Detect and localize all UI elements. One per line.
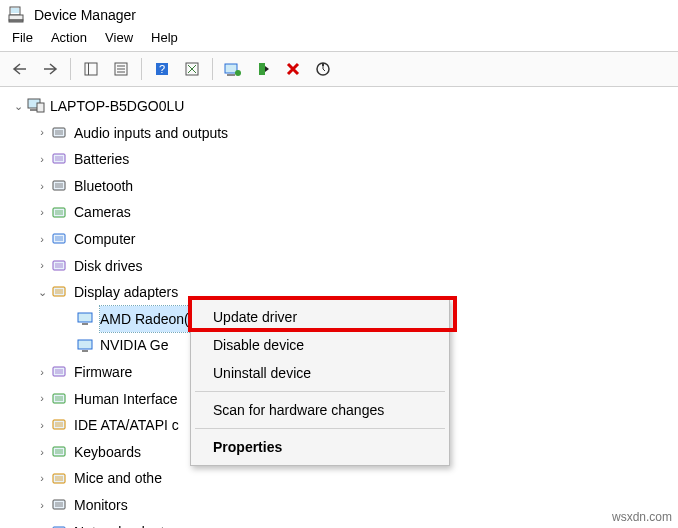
ctx-disable-device[interactable]: Disable device <box>193 331 447 359</box>
tree-item[interactable]: › Mice and othe <box>6 465 674 492</box>
category-icon <box>50 283 70 301</box>
tree-item-label: Monitors <box>74 492 128 519</box>
properties-button[interactable] <box>107 56 135 82</box>
menu-view[interactable]: View <box>105 30 133 45</box>
svg-rect-38 <box>82 350 88 352</box>
svg-rect-16 <box>259 63 265 75</box>
show-hidden-button[interactable] <box>77 56 105 82</box>
title-bar: Device Manager <box>0 0 678 28</box>
ctx-uninstall-device[interactable]: Uninstall device <box>193 359 447 387</box>
svg-point-15 <box>235 70 241 76</box>
ctx-properties[interactable]: Properties <box>193 433 447 461</box>
category-icon <box>50 416 70 434</box>
tree-item-label: Audio inputs and outputs <box>74 120 228 147</box>
category-icon <box>50 257 70 275</box>
tree-item[interactable]: › Cameras <box>6 199 674 226</box>
svg-rect-1 <box>11 8 19 13</box>
expand-icon[interactable]: › <box>34 122 50 143</box>
svg-rect-37 <box>78 340 92 349</box>
tree-item[interactable]: › Disk drives <box>6 253 674 280</box>
svg-rect-24 <box>55 156 63 161</box>
tree-item-label: Computer <box>74 226 135 253</box>
menu-bar: File Action View Help <box>0 28 678 51</box>
menu-help[interactable]: Help <box>151 30 178 45</box>
forward-button[interactable] <box>36 56 64 82</box>
svg-rect-34 <box>55 289 63 294</box>
svg-rect-46 <box>55 449 63 454</box>
tree-item[interactable]: › Batteries <box>6 146 674 173</box>
tree-item[interactable]: › Monitors <box>6 492 674 519</box>
toolbar-separator <box>212 58 213 80</box>
expand-icon[interactable]: › <box>34 521 50 528</box>
tree-root-label: LAPTOP-B5DGO0LU <box>50 93 184 120</box>
tree-item-label: Cameras <box>74 199 131 226</box>
expand-icon[interactable]: › <box>34 149 50 170</box>
svg-rect-4 <box>85 63 97 75</box>
tree-item-label: Batteries <box>74 146 129 173</box>
svg-rect-28 <box>55 210 63 215</box>
svg-rect-40 <box>55 369 63 374</box>
tree-item-label: Keyboards <box>74 439 141 466</box>
category-icon <box>50 390 70 408</box>
svg-rect-5 <box>88 63 89 75</box>
expand-icon[interactable]: › <box>34 202 50 223</box>
ctx-update-driver[interactable]: Update driver <box>193 303 447 331</box>
context-menu: Update driver Disable device Uninstall d… <box>190 298 450 466</box>
tree-item-label: Bluetooth <box>74 173 133 200</box>
category-icon <box>50 496 70 514</box>
tree-item[interactable]: › Audio inputs and outputs <box>6 120 674 147</box>
expand-icon[interactable]: › <box>34 176 50 197</box>
svg-rect-35 <box>78 313 92 322</box>
toolbar-separator <box>141 58 142 80</box>
tree-root[interactable]: ⌄ LAPTOP-B5DGO0LU <box>6 93 674 120</box>
svg-rect-2 <box>9 15 23 20</box>
tree-item[interactable]: › Bluetooth <box>6 173 674 200</box>
update-driver-button[interactable] <box>219 56 247 82</box>
expand-icon[interactable]: › <box>34 362 50 383</box>
category-icon <box>50 363 70 381</box>
svg-rect-13 <box>225 64 237 73</box>
expand-icon[interactable]: › <box>34 255 50 276</box>
computer-icon <box>26 97 46 115</box>
tree-item[interactable]: › Network adapters <box>6 519 674 529</box>
help-button[interactable]: ? <box>148 56 176 82</box>
expand-icon[interactable]: › <box>34 468 50 489</box>
expand-icon[interactable]: › <box>34 388 50 409</box>
svg-text:?: ? <box>159 63 165 75</box>
svg-rect-14 <box>227 74 235 76</box>
window-title: Device Manager <box>34 7 136 23</box>
ctx-separator <box>195 428 445 429</box>
scan-button-2[interactable] <box>178 56 206 82</box>
tree-item[interactable]: › Computer <box>6 226 674 253</box>
category-icon <box>50 443 70 461</box>
tree-item-label: Network adapters <box>74 519 184 529</box>
svg-rect-22 <box>55 130 63 135</box>
category-icon <box>50 150 70 168</box>
uninstall-button[interactable] <box>279 56 307 82</box>
svg-rect-3 <box>9 20 23 22</box>
tree-item-label: Human Interface <box>74 386 178 413</box>
scan-hardware-button[interactable] <box>309 56 337 82</box>
expand-icon[interactable]: › <box>34 415 50 436</box>
menu-action[interactable]: Action <box>51 30 87 45</box>
collapse-icon[interactable]: ⌄ <box>10 96 26 117</box>
svg-rect-44 <box>55 422 63 427</box>
expand-icon[interactable]: ⌄ <box>34 282 50 303</box>
watermark: wsxdn.com <box>612 510 672 524</box>
app-icon <box>8 6 26 24</box>
svg-rect-48 <box>55 476 63 481</box>
enable-device-button[interactable] <box>249 56 277 82</box>
expand-icon[interactable]: › <box>34 495 50 516</box>
menu-file[interactable]: File <box>12 30 33 45</box>
expand-icon[interactable]: › <box>34 442 50 463</box>
display-adapter-icon <box>76 310 96 328</box>
tree-item-label: Disk drives <box>74 253 142 280</box>
ctx-scan-hardware[interactable]: Scan for hardware changes <box>193 396 447 424</box>
expand-icon[interactable]: › <box>34 229 50 250</box>
back-button[interactable] <box>6 56 34 82</box>
svg-rect-20 <box>37 103 44 112</box>
svg-rect-42 <box>55 396 63 401</box>
display-adapter-icon <box>76 337 96 355</box>
category-icon <box>50 177 70 195</box>
category-icon <box>50 470 70 488</box>
